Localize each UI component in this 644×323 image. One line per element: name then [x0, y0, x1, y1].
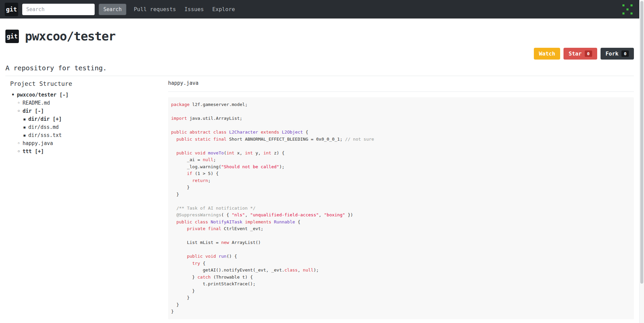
fork-button[interactable]: Fork0: [601, 48, 634, 60]
tree-item-label: dir [-]: [23, 108, 44, 114]
code-token: run: [219, 254, 226, 259]
file-viewer: happy.java package l2f.gameserver.model;…: [168, 80, 634, 319]
nav-link-issues[interactable]: Issues: [184, 6, 204, 12]
content-area: git pwxcoo/tester WatchStar0Fork0 A repo…: [0, 29, 639, 319]
code-token: [205, 150, 208, 155]
fork-count-badge: 0: [621, 50, 629, 57]
nav-link-explore[interactable]: Explore: [212, 6, 235, 12]
code-token: Short ABNORMAL_EFFECT_BLEEDING = 0x0_0_0…: [226, 137, 345, 142]
watch-button-label: Watch: [539, 50, 555, 57]
code-line: }: [171, 288, 631, 295]
code-token: NotifyAITask: [211, 219, 242, 224]
git-logo-icon[interactable]: git: [5, 3, 18, 16]
code-line: getAI().notifyEvent(_evt, _evt.class, nu…: [171, 267, 631, 274]
code-token: }: [171, 275, 197, 280]
tree-item-label: ttt [+]: [23, 148, 44, 154]
watch-button[interactable]: Watch: [534, 48, 560, 60]
search-input[interactable]: [22, 4, 95, 15]
code-token: (1 > 5) {: [192, 171, 219, 176]
code-line: _log.warning("Should not be called");: [171, 164, 631, 171]
code-token: t.printStackTrace();: [171, 281, 255, 286]
code-line: package l2f.gameserver.model;: [171, 101, 631, 108]
code-line: List mList = new ArrayList(): [171, 239, 631, 246]
code-token: [216, 254, 219, 259]
repo-header: git pwxcoo/tester: [5, 29, 634, 43]
code-token: null: [203, 157, 213, 162]
code-line: import java.util.ArrayList;: [171, 115, 631, 122]
nav-link-pull-requests[interactable]: Pull requests: [134, 6, 176, 12]
user-avatar-identicon[interactable]: [622, 4, 633, 14]
code-token: ,: [245, 212, 250, 217]
code-token: new: [221, 240, 229, 245]
code-token: public void: [176, 150, 205, 155]
code-token: }: [171, 302, 179, 307]
code-token: "Should not be called": [221, 164, 279, 169]
code-token: y,: [253, 150, 263, 155]
code-token: [258, 130, 261, 135]
code-token: [171, 178, 192, 183]
search-button[interactable]: Search: [99, 4, 126, 15]
code-token: }: [171, 288, 195, 293]
code-token: );: [314, 267, 319, 273]
scrollbar[interactable]: [639, 0, 644, 323]
code-token: [171, 150, 176, 155]
code-line: }: [171, 294, 631, 301]
code-token: java.util.ArrayList;: [187, 116, 242, 121]
code-token: l2f.gameserver.model;: [190, 102, 248, 107]
code-token: class: [285, 267, 298, 273]
code-token: }: [171, 185, 190, 190]
tree-item[interactable]: ◦ttt [+]: [10, 147, 168, 155]
code-token: "unqualified-field-access": [250, 212, 319, 217]
project-structure-title: Project Structure: [10, 80, 168, 87]
code-token: }: [171, 192, 179, 197]
code-line: if (1 > 5) {: [171, 170, 631, 177]
code-token: }): [345, 212, 353, 217]
tree-item[interactable]: ◦README.md: [10, 99, 168, 107]
tree-item-label: README.md: [23, 100, 50, 106]
tree-item-label: dir/sss.txt: [28, 132, 62, 138]
code-token: }: [171, 295, 190, 300]
code-token: );: [279, 164, 285, 169]
code-token: catch: [197, 275, 211, 280]
code-line: private final CtrlEvent _evt;: [171, 225, 631, 232]
code-token: [279, 130, 282, 135]
code-token: Runnable: [274, 219, 295, 224]
tree-item[interactable]: ◦happy.java: [10, 139, 168, 147]
code-token: /** Task of AI notification */: [176, 206, 256, 211]
star-button[interactable]: Star0: [564, 48, 597, 60]
fork-button-label: Fork: [606, 50, 619, 57]
tree-item[interactable]: •pwxcoo/tester [-]: [10, 91, 168, 99]
code-token: {: [295, 219, 300, 224]
tree-item[interactable]: ▪dir/sss.txt: [10, 131, 168, 139]
code-token: x,: [234, 150, 245, 155]
tree-item[interactable]: ◦dir [-]: [10, 107, 168, 115]
code-block: package l2f.gameserver.model; import jav…: [168, 97, 634, 319]
code-token: public void: [187, 254, 216, 259]
scrollbar-thumb[interactable]: [640, 1, 643, 284]
code-token: _log.warning(: [171, 164, 221, 169]
code-token: null: [303, 267, 313, 273]
code-token: ArrayList(): [229, 240, 261, 245]
code-token: [171, 171, 187, 176]
code-line: }: [171, 191, 631, 198]
code-line: [171, 198, 631, 205]
code-token: L2Character: [229, 130, 258, 135]
tree-item[interactable]: ▪dir/dss.md: [10, 123, 168, 131]
bullet-icon: ▪: [23, 116, 26, 122]
repo-title: pwxcoo/tester: [25, 29, 116, 43]
bullet-icon: ◦: [17, 108, 20, 114]
code-line: }: [171, 184, 631, 191]
tree-item[interactable]: ▪dir/dir [+]: [10, 115, 168, 123]
code-token: [171, 219, 176, 224]
code-token: [242, 219, 245, 224]
bullet-icon: ◦: [17, 100, 20, 106]
code-line: public static final Short ABNORMAL_EFFEC…: [171, 136, 631, 143]
code-token: [171, 137, 176, 142]
star-button-label: Star: [569, 50, 582, 57]
code-token: [171, 261, 192, 266]
code-line: try {: [171, 260, 631, 267]
code-token: public abstract class: [171, 130, 226, 135]
code-token: List mList =: [171, 240, 221, 245]
code-token: ( {: [221, 212, 232, 217]
code-token: "nls": [232, 212, 245, 217]
